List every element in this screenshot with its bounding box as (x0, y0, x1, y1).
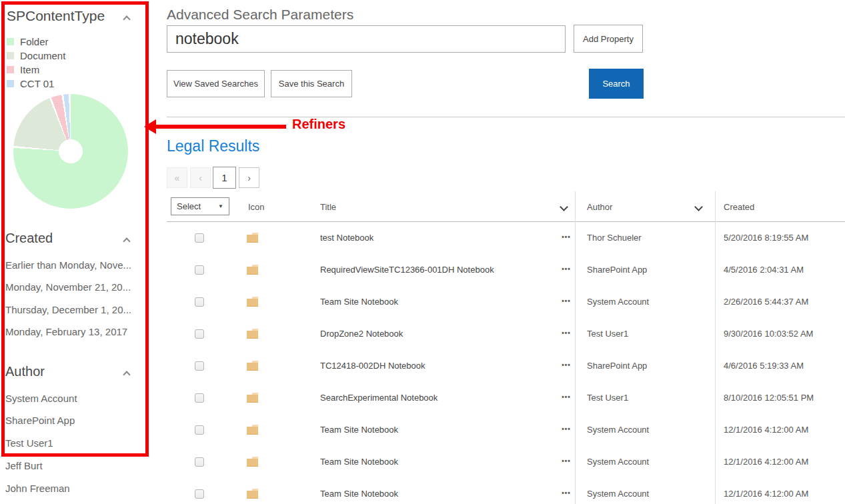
refiner-item-author-4[interactable]: Jeff Burt (5, 460, 43, 471)
save-this-search-button[interactable]: Save this Search (271, 70, 352, 97)
pagination-first-button[interactable]: « (167, 167, 187, 188)
column-header-title: Title (320, 202, 336, 212)
ellipsis-menu-icon[interactable]: ••• (556, 222, 577, 254)
ellipsis-menu-icon[interactable]: ••• (556, 382, 577, 414)
row-checkbox[interactable] (195, 489, 204, 499)
row-checkbox[interactable] (195, 361, 204, 371)
refiners-annotation-box (1, 1, 149, 457)
result-title[interactable]: Team Site Notebook (320, 414, 398, 446)
select-dropdown-label: Select (177, 201, 218, 211)
table-row: Team Site Notebook ••• System Account 12… (167, 446, 845, 478)
ellipsis-menu-icon[interactable]: ••• (556, 286, 577, 318)
result-title[interactable]: TC12418-002DH Notebook (320, 350, 426, 382)
result-author: System Account (587, 286, 649, 318)
folder-icon (247, 265, 259, 275)
page: SPContentType Folder Document Item CCT 0… (0, 0, 845, 504)
title-column-menu-chevron-icon[interactable] (560, 203, 568, 211)
result-title[interactable]: Team Site Notebook (320, 446, 398, 478)
ellipsis-menu-icon[interactable]: ••• (556, 350, 577, 382)
column-header-created: Created (724, 202, 754, 212)
pagination-next-button[interactable]: › (239, 167, 259, 188)
refiners-annotation-arrowhead-icon (144, 119, 156, 134)
result-created: 8/10/2016 12:05:51 PM (724, 382, 814, 414)
result-created: 4/5/2016 2:04:31 AM (724, 254, 804, 286)
result-created: 12/1/2016 4:12:00 AM (724, 446, 808, 478)
search-query-input[interactable] (167, 25, 566, 53)
result-title[interactable]: DropZone2 Notebook (320, 318, 403, 350)
page-title: Advanced Search Parameters (167, 7, 353, 23)
refiners-annotation-label: Refiners (292, 117, 345, 132)
author-column-menu-chevron-icon[interactable] (694, 203, 703, 211)
folder-icon (247, 329, 259, 339)
result-author: SharePoint App (587, 254, 647, 286)
folder-icon (247, 361, 259, 371)
row-checkbox[interactable] (195, 297, 204, 307)
ellipsis-menu-icon[interactable]: ••• (556, 478, 577, 504)
table-row: test Notebook ••• Thor Schueler 5/20/201… (167, 222, 845, 254)
refiners-annotation-arrow (155, 125, 286, 129)
table-row: Team Site Notebook ••• System Account 12… (167, 478, 845, 504)
result-created: 9/30/2016 10:03:52 AM (724, 318, 813, 350)
ellipsis-menu-icon[interactable]: ••• (556, 446, 577, 478)
table-row: RequiredViewSiteTC12366-001DH Notebook •… (167, 254, 845, 286)
pagination-prev-button[interactable]: ‹ (190, 167, 211, 188)
pagination-current-page[interactable]: 1 (213, 167, 236, 189)
result-title[interactable]: Team Site Notebook (320, 286, 398, 318)
column-header-author: Author (587, 202, 612, 212)
row-checkbox[interactable] (195, 457, 204, 467)
result-title[interactable]: SearchExperimental Notebook (320, 382, 438, 414)
ellipsis-menu-icon[interactable]: ••• (556, 414, 577, 446)
row-checkbox[interactable] (195, 393, 204, 403)
table-row: Team Site Notebook ••• System Account 12… (167, 414, 845, 446)
refiner-item-author-5[interactable]: John Freeman (5, 483, 70, 494)
result-created: 12/1/2016 4:12:00 AM (724, 414, 808, 446)
result-author: Thor Schueler (587, 222, 642, 254)
results-heading: Legal Results (167, 137, 259, 155)
result-author: System Account (587, 478, 649, 504)
folder-icon (247, 489, 259, 499)
search-button[interactable]: Search (589, 69, 644, 99)
row-checkbox[interactable] (195, 329, 204, 339)
row-checkbox[interactable] (195, 425, 204, 435)
ellipsis-menu-icon[interactable]: ••• (556, 254, 577, 286)
result-author: Test User1 (587, 382, 628, 414)
result-created: 12/1/2016 4:12:00 AM (724, 478, 808, 504)
result-created: 5/20/2016 8:19:55 AM (724, 222, 808, 254)
result-author: Test User1 (587, 318, 628, 350)
result-author: SharePoint App (587, 350, 647, 382)
result-title[interactable]: test Notebook (320, 222, 373, 254)
column-header-icon: Icon (248, 202, 265, 212)
result-created: 2/26/2016 5:44:37 AM (724, 286, 808, 318)
folder-icon (247, 297, 259, 307)
folder-icon (247, 233, 259, 243)
table-row: DropZone2 Notebook ••• Test User1 9/30/2… (167, 318, 845, 350)
table-row: SearchExperimental Notebook ••• Test Use… (167, 382, 845, 414)
view-saved-searches-button[interactable]: View Saved Searches (167, 70, 265, 97)
dropdown-arrow-icon: ▼ (218, 203, 223, 209)
folder-icon (247, 425, 259, 435)
add-property-button[interactable]: Add Property (574, 25, 643, 53)
section-divider (167, 117, 845, 117)
result-author: System Account (587, 414, 649, 446)
table-row: TC12418-002DH Notebook ••• SharePoint Ap… (167, 350, 845, 382)
result-title[interactable]: RequiredViewSiteTC12366-001DH Notebook (320, 254, 494, 286)
row-checkbox[interactable] (195, 265, 204, 275)
select-dropdown[interactable]: Select ▼ (171, 197, 229, 215)
result-author: System Account (587, 446, 649, 478)
folder-icon (247, 457, 259, 467)
result-created: 4/6/2016 5:19:33 AM (724, 350, 804, 382)
result-title[interactable]: Team Site Notebook (320, 478, 398, 504)
table-row: Team Site Notebook ••• System Account 2/… (167, 286, 845, 318)
row-checkbox[interactable] (195, 233, 204, 243)
ellipsis-menu-icon[interactable]: ••• (556, 318, 577, 350)
folder-icon (247, 393, 259, 403)
